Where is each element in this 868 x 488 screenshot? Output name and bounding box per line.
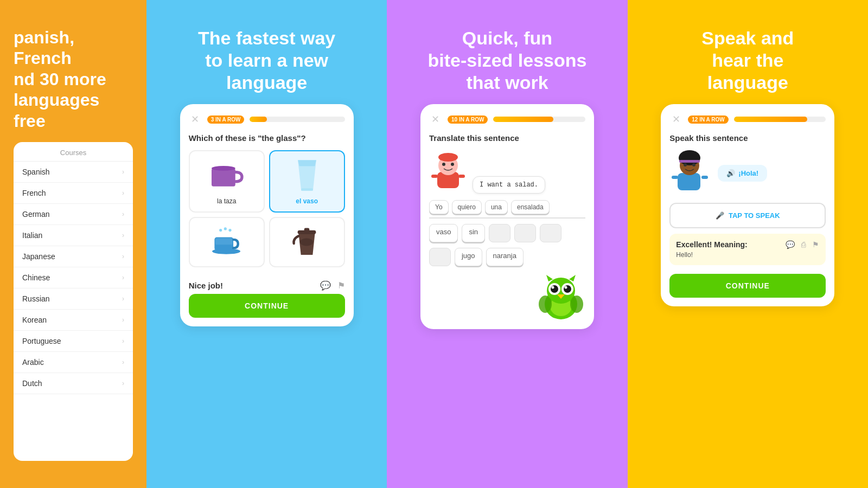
list-item[interactable]: Italian › bbox=[14, 225, 133, 246]
word-chip[interactable]: vaso bbox=[429, 224, 458, 242]
speak-card: ✕ 12 IN A ROW Speak this sentence bbox=[661, 104, 834, 306]
comment-icon[interactable]: 💬 bbox=[786, 240, 795, 249]
list-item[interactable]: Spanish › bbox=[14, 162, 133, 183]
close-button[interactable]: ✕ bbox=[669, 113, 682, 126]
courses-card: Courses Spanish › French › German › Ital… bbox=[14, 142, 133, 461]
svg-point-34 bbox=[684, 163, 687, 166]
word-chip[interactable]: naranja bbox=[486, 248, 524, 266]
word-chip-blank bbox=[429, 248, 451, 266]
svg-point-5 bbox=[219, 229, 222, 232]
svg-rect-8 bbox=[215, 239, 232, 245]
answer-option-cup[interactable] bbox=[189, 217, 265, 267]
share-icon[interactable]: ⎙ bbox=[801, 240, 806, 249]
question-text: Speak this sentence bbox=[669, 133, 826, 143]
tap-to-speak-button[interactable]: 🎤 TAP TO SPEAK bbox=[669, 203, 826, 228]
course-name: Arabic bbox=[22, 358, 44, 367]
svg-point-14 bbox=[438, 153, 458, 162]
progress-bar bbox=[734, 117, 826, 122]
word-bank-row2: jugo naranja bbox=[429, 248, 585, 266]
chevron-right-icon: › bbox=[122, 274, 124, 281]
list-item[interactable]: Arabic › bbox=[14, 352, 133, 373]
word-chip-blank bbox=[489, 224, 510, 242]
speak-character-icon bbox=[669, 150, 710, 196]
progress-fill bbox=[250, 117, 267, 122]
svg-point-7 bbox=[229, 229, 232, 232]
word-chip[interactable]: sin bbox=[462, 224, 485, 242]
chevron-right-icon: › bbox=[122, 295, 124, 303]
panel2-heading: The fastest way to learn a new language bbox=[198, 27, 335, 93]
question-text: Translate this sentence bbox=[429, 133, 585, 143]
svg-rect-37 bbox=[701, 176, 708, 179]
panel4-heading: Speak and hear the language bbox=[701, 27, 794, 93]
chevron-right-icon: › bbox=[122, 316, 124, 324]
owl-icon bbox=[537, 272, 585, 320]
list-item[interactable]: German › bbox=[14, 204, 133, 225]
course-name: Korean bbox=[22, 316, 47, 324]
selected-word[interactable]: quiero bbox=[452, 200, 482, 214]
card-header: ✕ 3 IN A ROW bbox=[189, 113, 345, 126]
word-chip[interactable]: jugo bbox=[455, 248, 482, 266]
question-text: Which of these is "the glass"? bbox=[189, 133, 345, 143]
excellent-section: Excellent! Meaning: 💬 ⎙ ⚑ Hello! bbox=[669, 234, 826, 265]
svg-point-29 bbox=[570, 296, 583, 313]
course-name: Japanese bbox=[22, 252, 55, 261]
panel-quick-fun: Quick, fun bite-sized lessons that work … bbox=[387, 0, 627, 488]
answer-option-pot[interactable] bbox=[269, 217, 345, 267]
streak-badge: 10 IN A ROW bbox=[448, 115, 488, 124]
svg-rect-0 bbox=[212, 169, 235, 187]
course-name: Spanish bbox=[22, 168, 50, 176]
panel3-heading: Quick, fun bite-sized lessons that work bbox=[428, 27, 587, 93]
speech-bubble: I want a salad. bbox=[473, 176, 545, 194]
list-item[interactable]: Japanese › bbox=[14, 246, 133, 267]
svg-rect-17 bbox=[431, 175, 438, 178]
close-button[interactable]: ✕ bbox=[189, 113, 202, 126]
tap-speak-label: TAP TO SPEAK bbox=[729, 211, 780, 220]
svg-point-11 bbox=[300, 239, 313, 246]
list-item[interactable]: Russian › bbox=[14, 288, 133, 310]
list-item[interactable]: Korean › bbox=[14, 310, 133, 331]
list-item[interactable]: French › bbox=[14, 183, 133, 204]
card-header: ✕ 12 IN A ROW bbox=[669, 113, 826, 126]
excellent-title: Excellent! Meaning: bbox=[676, 240, 747, 249]
excellent-icons: 💬 ⎙ ⚑ bbox=[786, 240, 819, 249]
selected-word[interactable]: Yo bbox=[429, 200, 449, 214]
panel-fastest-way: The fastest way to learn a new language … bbox=[146, 0, 387, 488]
answer-option-glass[interactable]: el vaso bbox=[269, 150, 345, 213]
course-name: German bbox=[22, 210, 50, 219]
nice-job-text: Nice job! bbox=[189, 281, 223, 290]
svg-point-32 bbox=[679, 150, 700, 165]
course-name: Portuguese bbox=[22, 337, 61, 345]
flag-icon[interactable]: ⚑ bbox=[337, 280, 345, 291]
selected-word[interactable]: ensalada bbox=[511, 200, 550, 214]
list-item[interactable]: Dutch › bbox=[14, 373, 133, 394]
footer-icons: 💬 ⚑ bbox=[320, 280, 345, 291]
continue-button[interactable]: CONTINUE bbox=[669, 274, 826, 298]
sound-icon: 🔊 bbox=[726, 169, 735, 177]
selected-word[interactable]: una bbox=[485, 200, 508, 214]
continue-button[interactable]: CONTINUE bbox=[189, 294, 345, 318]
coffee-maker-icon bbox=[289, 224, 324, 260]
answer-option-mug[interactable]: la taza bbox=[189, 150, 265, 213]
svg-point-16 bbox=[451, 163, 454, 166]
chevron-right-icon: › bbox=[122, 189, 124, 197]
comment-icon[interactable]: 💬 bbox=[320, 280, 331, 291]
microphone-icon: 🎤 bbox=[716, 211, 724, 220]
speak-character-row: 🔊 ¡Hola! bbox=[669, 150, 826, 196]
image-grid: la taza el vaso bbox=[189, 150, 345, 267]
chevron-right-icon: › bbox=[122, 168, 124, 176]
chevron-right-icon: › bbox=[122, 358, 124, 366]
svg-point-25 bbox=[564, 285, 571, 293]
chevron-right-icon: › bbox=[122, 210, 124, 218]
card-footer: Nice job! 💬 ⚑ bbox=[189, 275, 345, 294]
word-chip-blank bbox=[540, 224, 561, 242]
owl-container bbox=[429, 272, 585, 320]
character-icon bbox=[429, 150, 467, 194]
flag-icon[interactable]: ⚑ bbox=[812, 240, 819, 249]
list-item[interactable]: Chinese › bbox=[14, 267, 133, 288]
card-header: ✕ 10 IN A ROW bbox=[429, 113, 585, 126]
close-button[interactable]: ✕ bbox=[429, 113, 442, 126]
progress-bar bbox=[493, 117, 585, 122]
character-row: I want a salad. bbox=[429, 150, 585, 194]
course-name: Russian bbox=[22, 294, 50, 303]
list-item[interactable]: Portuguese › bbox=[14, 331, 133, 352]
